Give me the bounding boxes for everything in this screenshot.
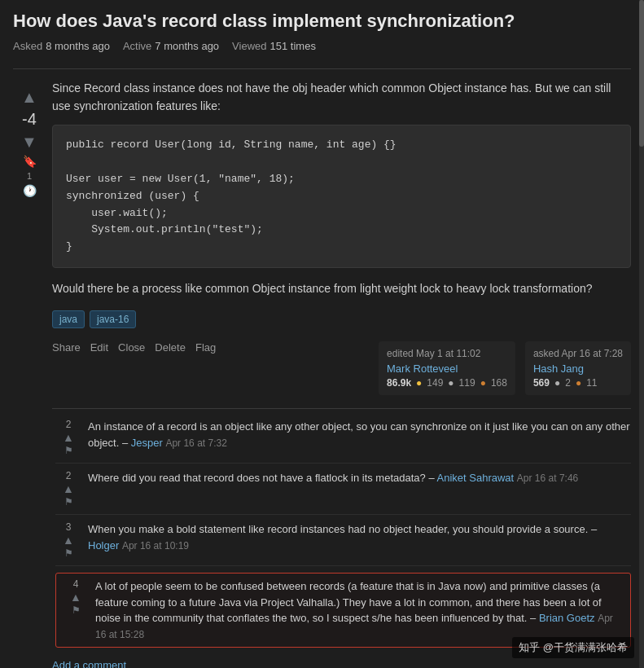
active-value: 7 months ago [155, 40, 219, 52]
asked-rep-main: 569 [533, 377, 550, 389]
comment-up-button[interactable]: ▲ [63, 432, 74, 443]
comment-date: Apr 16 at 10:19 [122, 540, 189, 552]
comment-up-button[interactable]: ▲ [63, 534, 74, 546]
asked-label: Asked [13, 40, 42, 52]
asked-rep: 569 ● 2 ● 11 [533, 377, 623, 389]
vote-count: -4 [22, 110, 37, 129]
vote-column: ▲ -4 ▼ 🔖 1 🕐 [13, 79, 46, 668]
answer-text-1: Since Record class instance does not hav… [52, 79, 631, 116]
bookmark-icon[interactable]: 🔖 [23, 155, 37, 168]
edited-bronze-badge: ● [480, 377, 486, 389]
comment-vote-col: 2 ▲ ⚑ [55, 419, 81, 456]
tags-row: java java-16 [52, 310, 631, 328]
comment-content: An instance of a record is an object lik… [88, 419, 631, 450]
share-link[interactable]: Share [52, 341, 81, 354]
edited-card: edited May 1 at 11:02 Mark Rotteveel 86.… [379, 341, 515, 395]
comment-dash: – [530, 612, 539, 624]
comment-text: A lot of people seem to be confused betw… [95, 580, 602, 624]
code-block: public record User(long id, String name,… [52, 125, 631, 268]
close-link[interactable]: Close [118, 341, 145, 354]
edited-bronze-count: 168 [491, 377, 507, 389]
delete-link[interactable]: Delete [155, 341, 186, 354]
comment-date: Apr 16 at 7:46 [517, 472, 578, 484]
viewed-value: 151 times [270, 40, 316, 52]
edited-gold-badge: ● [416, 377, 422, 389]
add-comment-link[interactable]: Add a comment [52, 659, 126, 668]
asked-bronze-badge: ● [576, 377, 581, 389]
comment-flag-button[interactable]: ⚑ [72, 604, 81, 616]
asked-gold-count: 2 [565, 377, 571, 389]
active-label: Active [123, 40, 151, 52]
comment-row: 3 ▲ ⚑ When you make a bold statement lik… [55, 521, 631, 566]
action-row: Share Edit Close Delete Flag edited May … [52, 341, 631, 395]
comment-author[interactable]: Jesper [131, 437, 163, 449]
comment-row: 2 ▲ ⚑ Where did you read that record doe… [55, 470, 631, 515]
comments-divider [52, 408, 631, 409]
active-meta: Active 7 months ago [123, 40, 219, 52]
edited-silver-count: 119 [459, 377, 475, 389]
history-icon[interactable]: 🕐 [23, 184, 37, 197]
asked-value: 8 months ago [46, 40, 110, 52]
comment-dash: – [122, 437, 131, 449]
comment-vote-count: 2 [66, 419, 72, 430]
answer-body: Since Record class instance does not hav… [52, 79, 631, 668]
comment-up-button[interactable]: ▲ [70, 591, 81, 603]
comment-dash: – [591, 523, 597, 535]
comment-vote-count: 3 [66, 521, 72, 533]
comment-text: Where did you read that record does not … [88, 472, 426, 484]
viewed-meta: Viewed 151 times [232, 40, 316, 52]
bookmark-count: 1 [27, 171, 32, 181]
edited-label: edited May 1 at 11:02 [387, 348, 507, 359]
comment-vote-count: 4 [73, 578, 79, 590]
comment-dash: – [428, 472, 436, 484]
comments-section: 2 ▲ ⚑ An instance of a record is an obje… [55, 419, 631, 648]
comment-content: Where did you read that record does not … [88, 470, 631, 486]
question-meta: Asked 8 months ago Active 7 months ago V… [13, 40, 631, 52]
asked-card: asked Apr 16 at 7:28 Hash Jang 569 ● 2 ●… [525, 341, 631, 395]
vote-up-button[interactable]: ▲ [16, 87, 42, 107]
asked-meta: Asked 8 months ago [13, 40, 110, 52]
comment-content: When you make a bold statement like reco… [88, 521, 631, 553]
comment-up-button[interactable]: ▲ [63, 483, 74, 494]
comment-content: A lot of people seem to be confused betw… [95, 578, 624, 642]
comment-author[interactable]: Brian Goetz [539, 612, 595, 624]
comment-vote-col: 3 ▲ ⚑ [55, 521, 81, 559]
header-divider [13, 68, 631, 69]
comment-flag-button[interactable]: ⚑ [64, 496, 73, 508]
comment-row: 2 ▲ ⚑ An instance of a record is an obje… [55, 419, 631, 464]
edited-author-link[interactable]: Mark Rotteveel [387, 363, 507, 375]
edited-silver-badge: ● [448, 377, 453, 389]
asked-author-link[interactable]: Hash Jang [533, 363, 623, 375]
viewed-label: Viewed [232, 40, 266, 52]
comment-date: Apr 16 at 7:32 [165, 437, 226, 449]
edited-gold-count: 149 [427, 377, 443, 389]
question-title: How does Java's record class implement s… [13, 10, 631, 33]
comment-vote-count: 2 [66, 470, 72, 481]
comment-vote-col: 4 ▲ ⚑ [63, 578, 89, 616]
action-links: Share Edit Close Delete Flag [52, 341, 216, 354]
comment-row: 4 ▲ ⚑ A lot of people seem to be confuse… [55, 573, 631, 648]
edited-rep: 86.9k ● 149 ● 119 ● 168 [387, 377, 507, 389]
comment-text: When you make a bold statement like reco… [88, 523, 588, 535]
asked-card-label: asked Apr 16 at 7:28 [533, 348, 623, 359]
comment-flag-button[interactable]: ⚑ [64, 445, 73, 456]
tag-java-16[interactable]: java-16 [90, 310, 136, 328]
comment-author[interactable]: Aniket Sahrawat [437, 472, 515, 484]
edited-rep-main: 86.9k [387, 377, 411, 389]
vote-down-button[interactable]: ▼ [16, 132, 42, 152]
asked-silver-badge: ● [554, 377, 560, 389]
asked-silver-count: 11 [586, 377, 597, 389]
comment-vote-col: 2 ▲ ⚑ [55, 470, 81, 508]
tag-java[interactable]: java [52, 310, 85, 328]
answer-text-2: Would there be a process like common Obj… [52, 279, 631, 297]
comment-flag-button[interactable]: ⚑ [64, 547, 73, 559]
comment-author[interactable]: Holger [88, 539, 119, 552]
edit-link[interactable]: Edit [90, 341, 108, 354]
flag-link[interactable]: Flag [195, 341, 216, 354]
attribution-cards: edited May 1 at 11:02 Mark Rotteveel 86.… [379, 341, 631, 395]
